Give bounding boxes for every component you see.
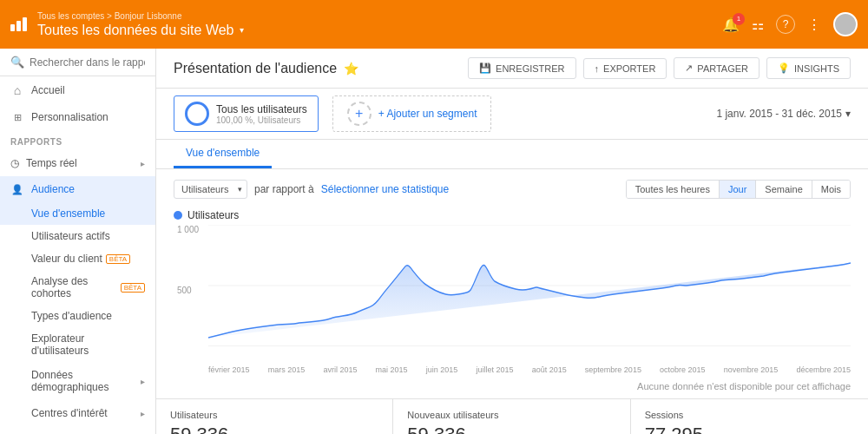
segment-name: Tous les utilisateurs	[216, 103, 307, 115]
site-title: Toutes les données du site Web	[37, 23, 234, 38]
x-label-10: décembre 2015	[796, 365, 851, 374]
metric-label: Sessions	[645, 410, 854, 420]
sidebar-item-audience[interactable]: 👤 Audience	[0, 176, 155, 202]
sidebar-sub-item-explorateur[interactable]: Explorateur d'utilisateurs	[0, 327, 155, 362]
share-icon: ↗	[685, 62, 693, 74]
beta-badge-2: BÊTA	[121, 283, 145, 293]
sidebar-sub-item-donnees-demo[interactable]: Données démographiques ▸	[0, 362, 155, 400]
logo-icon	[10, 17, 27, 31]
metric-value: 59 336	[407, 424, 615, 434]
export-icon: ↑	[595, 63, 600, 74]
insights-button[interactable]: 💡 INSIGHTS	[766, 57, 851, 79]
sidebar-sub-item-utilisateurs-actifs[interactable]: Utilisateurs actifs	[0, 225, 155, 247]
date-range-selector[interactable]: 1 janv. 2015 - 31 déc. 2015 ▾	[716, 108, 851, 120]
breadcrumb: Tous les comptes > Bonjour Lisbonne	[37, 11, 722, 21]
share-button[interactable]: ↗ PARTAGER	[674, 57, 760, 79]
add-segment-circle: +	[347, 102, 372, 126]
metric-label: Utilisateurs	[170, 410, 378, 420]
legend-dot	[174, 211, 182, 220]
save-icon: 💾	[479, 62, 491, 74]
chart-section: Utilisateurs par rapport à Sélectionner …	[156, 169, 868, 374]
legend-label: Utilisateurs	[187, 209, 239, 221]
time-btn-jour[interactable]: Jour	[720, 181, 756, 198]
y-label-500: 500	[177, 286, 199, 295]
segment-chip[interactable]: Tous les utilisateurs 100,00 %, Utilisat…	[174, 95, 319, 132]
metric-label: Nouveaux utilisateurs	[407, 410, 615, 420]
header-actions: 🔔 1 ⚏ ? ⋮	[722, 12, 858, 36]
x-label-8: octobre 2015	[660, 365, 706, 374]
sidebar-sub-item-centres[interactable]: Centres d'intérêt ▸	[0, 400, 155, 426]
sidebar-sub-item-analyse-cohortes[interactable]: Analyse des cohortes BÊTA	[0, 270, 155, 305]
y-label-1000: 1 000	[177, 225, 199, 234]
app-header: Tous les comptes > Bonjour Lisbonne Tout…	[0, 0, 868, 49]
no-data-message: Aucune donnée n'est disponible pour cet …	[156, 374, 868, 398]
metric-select[interactable]: Utilisateurs	[174, 180, 247, 199]
chart-container: 1 000 500	[174, 225, 851, 364]
clock-icon: ◷	[10, 157, 19, 169]
date-dropdown-arrow: ▾	[845, 108, 851, 120]
sidebar-item-label: Temps réel	[26, 157, 77, 169]
sidebar-item-personnalisation[interactable]: ⊞ Personnalisation	[0, 104, 155, 130]
x-label-7: septembre 2015	[585, 365, 641, 374]
add-segment-button[interactable]: + + Ajouter un segment	[332, 95, 492, 132]
x-label-1: mars 2015	[268, 365, 306, 374]
sidebar-item-accueil[interactable]: ⌂ Accueil	[0, 76, 155, 104]
sidebar: 🔍 ⌂ Accueil ⊞ Personnalisation RAPPORTS …	[0, 49, 156, 434]
sidebar-sub-item-vue-ensemble[interactable]: Vue d'ensemble	[0, 202, 155, 225]
time-btn-semaine[interactable]: Semaine	[756, 181, 812, 198]
home-icon: ⌂	[10, 83, 24, 97]
more-icon[interactable]: ⋮	[807, 16, 821, 33]
time-btn-mois[interactable]: Mois	[812, 181, 850, 198]
segment-circle	[185, 102, 209, 126]
site-selector[interactable]: Toutes les données du site Web ▾	[37, 23, 722, 38]
logo	[10, 17, 27, 31]
personalisation-icon: ⊞	[10, 112, 24, 123]
content-area: Présentation de l'audience ⭐ 💾 ENREGISTR…	[156, 49, 868, 434]
date-range-text: 1 janv. 2015 - 31 déc. 2015	[716, 108, 842, 120]
metric-card-utilisateurs: Utilisateurs 59 336	[156, 399, 393, 434]
chart-legend: Utilisateurs	[174, 209, 851, 221]
sidebar-item-label: Audience	[31, 183, 75, 195]
x-label-5: juillet 2015	[476, 365, 513, 374]
add-segment-label: + Ajouter un segment	[378, 108, 477, 120]
info-icon[interactable]: ⭐	[344, 62, 358, 76]
save-button[interactable]: 💾 ENREGISTRER	[468, 57, 575, 79]
page-title: Présentation de l'audience	[174, 61, 337, 76]
avatar[interactable]	[833, 12, 858, 36]
main-layout: 🔍 ⌂ Accueil ⊞ Personnalisation RAPPORTS …	[0, 49, 868, 434]
apps-icon[interactable]: ⚏	[752, 16, 764, 33]
beta-badge: BÊTA	[106, 254, 130, 264]
par-rapport-label: par rapport à	[254, 183, 314, 195]
sidebar-search-area: 🔍	[0, 49, 155, 76]
sidebar-sub-item-donnees-geo[interactable]: Données géographiques ▸	[0, 426, 155, 434]
insights-icon: 💡	[778, 62, 790, 74]
time-btn-toutes-heures[interactable]: Toutes les heures	[627, 181, 720, 198]
x-labels: février 2015 mars 2015 avril 2015 mai 20…	[208, 364, 851, 376]
sidebar-sub-item-valeur-client[interactable]: Valeur du client BÊTA	[0, 247, 155, 270]
segment-info: Tous les utilisateurs 100,00 %, Utilisat…	[216, 103, 307, 125]
x-label-2: avril 2015	[323, 365, 357, 374]
logo-bar-2	[16, 21, 21, 31]
stat-link[interactable]: Sélectionner une statistique	[321, 183, 449, 195]
sidebar-item-temps-reel[interactable]: ◷ Temps réel ▸	[0, 150, 155, 176]
segment-bar: Tous les utilisateurs 100,00 %, Utilisat…	[156, 89, 868, 140]
export-button[interactable]: ↑ EXPORTER	[583, 58, 667, 79]
metrics-grid: Utilisateurs 59 336 Nouveaux utilisateur…	[156, 398, 868, 434]
sidebar-sub-item-types-audience[interactable]: Types d'audience	[0, 305, 155, 327]
chart-svg-wrapper	[208, 225, 851, 364]
tab-vue-ensemble[interactable]: Vue d'ensemble	[174, 140, 272, 168]
search-input[interactable]	[30, 56, 145, 69]
header-title-area: Tous les comptes > Bonjour Lisbonne Tout…	[37, 11, 722, 38]
notifications-icon[interactable]: 🔔 1	[722, 16, 740, 33]
notification-badge: 1	[733, 13, 745, 25]
sidebar-item-left: ◷ Temps réel	[10, 157, 77, 169]
sidebar-section-label: RAPPORTS	[0, 130, 155, 150]
audience-icon: 👤	[10, 184, 24, 195]
metric-card-nouveaux-utilisateurs: Nouveaux utilisateurs 59 336	[393, 399, 630, 434]
help-icon[interactable]: ?	[776, 15, 795, 34]
x-label-3: mai 2015	[376, 365, 408, 374]
logo-bar-1	[10, 24, 15, 31]
time-buttons: Toutes les heures Jour Semaine Mois	[626, 180, 851, 199]
header-buttons: 💾 ENREGISTRER ↑ EXPORTER ↗ PARTAGER 💡 IN…	[468, 57, 851, 79]
sidebar-item-label: Personnalisation	[31, 111, 108, 123]
